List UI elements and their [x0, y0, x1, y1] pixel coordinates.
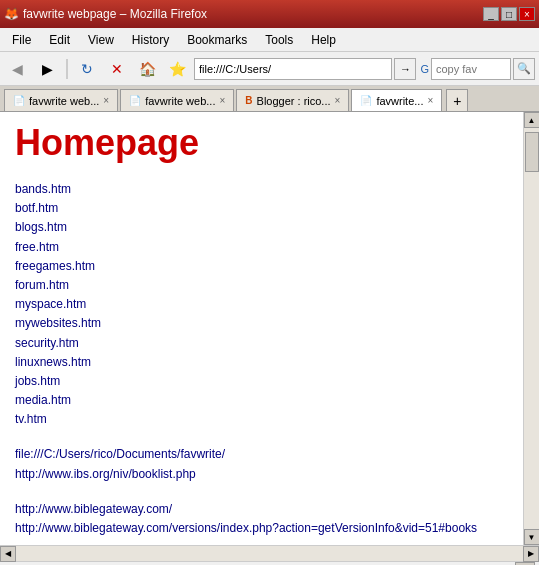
url-link-3[interactable]: http://www.biblegateway.com/versions/ind…: [15, 519, 508, 538]
hscroll-left-button[interactable]: ◀: [0, 546, 16, 562]
menu-tools[interactable]: Tools: [257, 31, 301, 49]
scroll-down-button[interactable]: ▼: [524, 529, 540, 545]
hscroll-right-button[interactable]: ▶: [523, 546, 539, 562]
file-link-8[interactable]: security.htm: [15, 334, 508, 353]
menu-bar: File Edit View History Bookmarks Tools H…: [0, 28, 539, 52]
content-wrapper: Homepage bands.htm botf.htm blogs.htm fr…: [0, 112, 539, 545]
url-section-1: file:///C:/Users/rico/Documents/favwrite…: [15, 445, 508, 483]
file-link-12[interactable]: tv.htm: [15, 410, 508, 429]
url-link-0[interactable]: file:///C:/Users/rico/Documents/favwrite…: [15, 445, 508, 464]
window-title: favwrite webpage – Mozilla Firefox: [23, 7, 207, 21]
title-bar-buttons: _ □ ×: [483, 7, 535, 21]
search-engine-icon: G: [420, 63, 429, 75]
file-links: bands.htm botf.htm blogs.htm free.htm fr…: [15, 180, 508, 429]
tab-label-1: favwrite web...: [145, 95, 215, 107]
refresh-button[interactable]: ↻: [74, 56, 100, 82]
browser-icon: 🦊: [4, 7, 19, 21]
url-section-2: http://www.biblegateway.com/ http://www.…: [15, 500, 508, 538]
new-tab-button[interactable]: +: [446, 89, 468, 111]
page-heading: Homepage: [15, 122, 508, 164]
tab-label-0: favwrite web...: [29, 95, 99, 107]
security-icon: S: [515, 562, 535, 566]
url-link-1[interactable]: http://www.ibs.org/niv/booklist.php: [15, 465, 508, 484]
maximize-button[interactable]: □: [501, 7, 517, 21]
file-link-10[interactable]: jobs.htm: [15, 372, 508, 391]
tab-0[interactable]: 📄 favwrite web... ×: [4, 89, 118, 111]
tab-close-3[interactable]: ×: [427, 95, 433, 106]
forward-button[interactable]: ▶: [34, 56, 60, 82]
file-link-11[interactable]: media.htm: [15, 391, 508, 410]
search-bar: G 🔍: [420, 58, 535, 80]
scroll-up-button[interactable]: ▲: [524, 112, 540, 128]
scroll-track[interactable]: [524, 128, 539, 529]
menu-help[interactable]: Help: [303, 31, 344, 49]
minimize-button[interactable]: _: [483, 7, 499, 21]
file-link-0[interactable]: bands.htm: [15, 180, 508, 199]
file-link-3[interactable]: free.htm: [15, 238, 508, 257]
menu-view[interactable]: View: [80, 31, 122, 49]
tab-label-3: favwrite...: [376, 95, 423, 107]
tab-2[interactable]: B Blogger : rico... ×: [236, 89, 349, 111]
tab-1[interactable]: 📄 favwrite web... ×: [120, 89, 234, 111]
search-button[interactable]: 🔍: [513, 58, 535, 80]
search-input[interactable]: [431, 58, 511, 80]
hscrollbar: ◀ ▶: [0, 545, 539, 561]
back-button[interactable]: ◀: [4, 56, 30, 82]
tab-3[interactable]: 📄 favwrite... ×: [351, 89, 442, 111]
file-link-2[interactable]: blogs.htm: [15, 218, 508, 237]
scrollbar-right: ▲ ▼: [523, 112, 539, 545]
file-link-6[interactable]: myspace.htm: [15, 295, 508, 314]
stop-button[interactable]: ✕: [104, 56, 130, 82]
nav-bar: ◀ ▶ ↻ ✕ 🏠 ⭐ → G 🔍: [0, 52, 539, 86]
content-area: Homepage bands.htm botf.htm blogs.htm fr…: [0, 112, 523, 545]
home-button[interactable]: 🏠: [134, 56, 160, 82]
nav-divider-1: [66, 59, 68, 79]
file-link-7[interactable]: mywebsites.htm: [15, 314, 508, 333]
title-bar: 🦊 favwrite webpage – Mozilla Firefox _ □…: [0, 0, 539, 28]
menu-bookmarks[interactable]: Bookmarks: [179, 31, 255, 49]
menu-history[interactable]: History: [124, 31, 177, 49]
tab-close-2[interactable]: ×: [335, 95, 341, 106]
address-bar: →: [194, 58, 416, 80]
menu-edit[interactable]: Edit: [41, 31, 78, 49]
hscroll-track[interactable]: [16, 546, 523, 561]
tab-favicon-3: 📄: [360, 95, 372, 106]
file-link-9[interactable]: linuxnews.htm: [15, 353, 508, 372]
bookmark-button[interactable]: ⭐: [164, 56, 190, 82]
go-button[interactable]: →: [394, 58, 416, 80]
menu-file[interactable]: File: [4, 31, 39, 49]
tab-favicon-2: B: [245, 95, 252, 106]
tab-close-0[interactable]: ×: [103, 95, 109, 106]
file-link-4[interactable]: freegames.htm: [15, 257, 508, 276]
address-input[interactable]: [194, 58, 392, 80]
file-link-1[interactable]: botf.htm: [15, 199, 508, 218]
scroll-thumb[interactable]: [525, 132, 539, 172]
tab-favicon-1: 📄: [129, 95, 141, 106]
title-bar-left: 🦊 favwrite webpage – Mozilla Firefox: [4, 7, 207, 21]
tab-close-1[interactable]: ×: [219, 95, 225, 106]
tabs-bar: 📄 favwrite web... × 📄 favwrite web... × …: [0, 86, 539, 112]
url-link-2[interactable]: http://www.biblegateway.com/: [15, 500, 508, 519]
tab-favicon-0: 📄: [13, 95, 25, 106]
file-link-5[interactable]: forum.htm: [15, 276, 508, 295]
tab-label-2: Blogger : rico...: [257, 95, 331, 107]
close-button[interactable]: ×: [519, 7, 535, 21]
status-bar: Done S: [0, 561, 539, 565]
